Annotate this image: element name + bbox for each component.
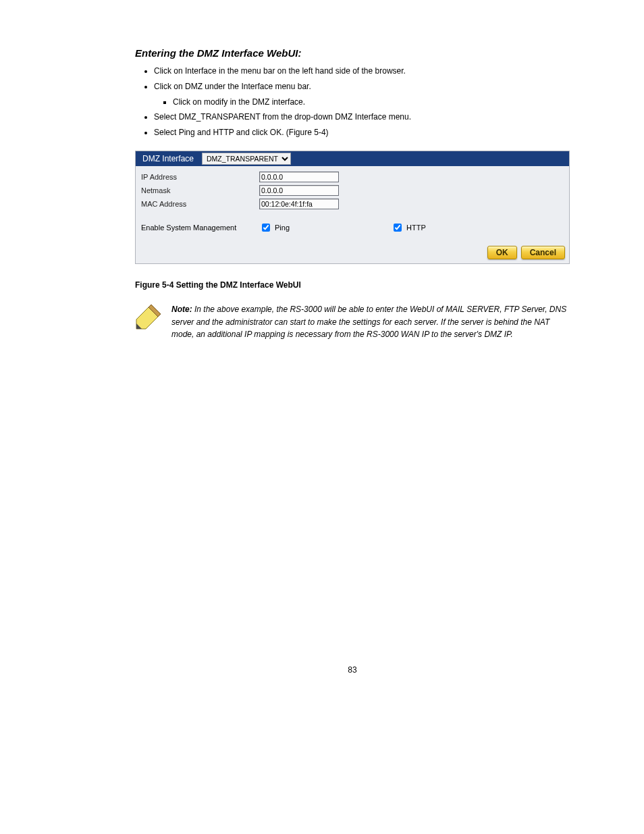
list-item: Select Ping and HTTP and click OK. (Figu… <box>154 127 570 138</box>
list-item: Click on Interface in the menu bar on th… <box>154 66 570 77</box>
figure-caption-text: Figure 5-4 Setting the DMZ Interface Web… <box>135 280 301 290</box>
mac-address-input[interactable] <box>259 199 339 209</box>
note-content: Note: In the above example, the RS-3000 … <box>171 303 570 341</box>
ping-option[interactable]: Ping <box>259 221 290 234</box>
system-management-label: Enable System Management <box>141 224 259 232</box>
http-option[interactable]: HTTP <box>391 221 426 234</box>
list-item: Click on modify in the DMZ interface. <box>173 97 570 108</box>
dmz-config-panel: DMZ Interface DMZ_TRANSPARENT IP Address… <box>135 151 570 264</box>
netmask-label: Netmask <box>141 186 259 194</box>
note-label: Note: <box>171 305 192 314</box>
section-title: Entering the DMZ Interface WebUI: <box>135 47 570 59</box>
ping-label: Ping <box>275 224 290 232</box>
panel-header: DMZ Interface DMZ_TRANSPARENT <box>136 151 569 166</box>
http-label: HTTP <box>406 224 426 232</box>
form-row-netmask: Netmask <box>141 184 564 197</box>
ok-button[interactable]: OK <box>487 246 517 259</box>
panel-footer: OK Cancel <box>136 242 569 263</box>
list-item: Click on DMZ under the Interface menu ba… <box>154 81 570 108</box>
ip-address-label: IP Address <box>141 173 259 181</box>
instruction-sublist: Click on modify in the DMZ interface. <box>154 97 570 108</box>
netmask-input[interactable] <box>259 185 339 196</box>
form-row-ip: IP Address <box>141 170 564 184</box>
dmz-interface-select[interactable]: DMZ_TRANSPARENT <box>202 153 291 165</box>
panel-header-label: DMZ Interface <box>136 151 200 166</box>
note-text: In the above example, the RS-3000 will b… <box>171 305 566 339</box>
note-block: Note: In the above example, the RS-3000 … <box>135 303 570 341</box>
figure-caption: Figure 5-4 Setting the DMZ Interface Web… <box>135 279 570 291</box>
list-item: Select DMZ_TRANSPARENT from the drop-dow… <box>154 111 570 123</box>
ping-checkbox[interactable] <box>262 224 270 232</box>
page-number: 83 <box>135 665 570 675</box>
list-item-text: Click on DMZ under the Interface menu ba… <box>154 82 311 91</box>
http-checkbox[interactable] <box>394 224 402 232</box>
mac-address-label: MAC Address <box>141 200 259 208</box>
ip-address-input[interactable] <box>259 172 339 182</box>
cancel-button[interactable]: Cancel <box>521 246 565 259</box>
pencil-note-icon <box>135 303 162 330</box>
instruction-list: Click on Interface in the menu bar on th… <box>135 66 570 138</box>
form-rows: IP Address Netmask MAC Address <box>136 166 569 212</box>
management-options: Ping HTTP <box>259 221 426 234</box>
system-management-row: Enable System Management Ping HTTP <box>136 212 569 242</box>
form-row-mac: MAC Address <box>141 197 564 211</box>
